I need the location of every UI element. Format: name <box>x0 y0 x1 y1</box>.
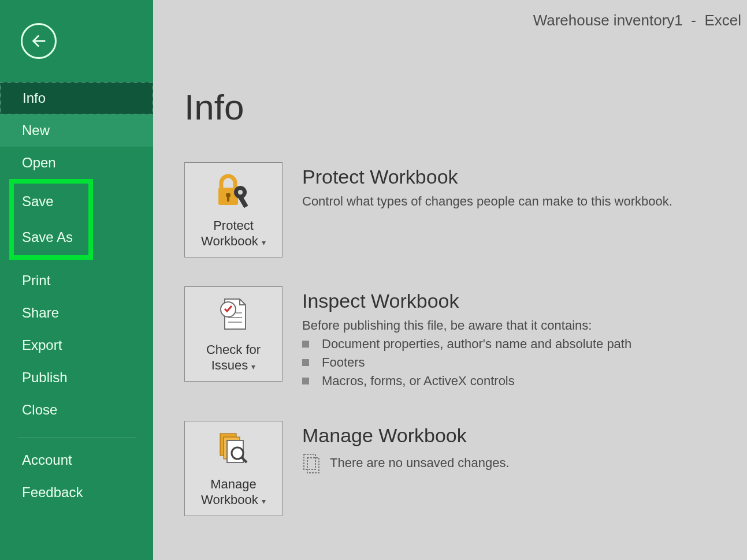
nav-label: Export <box>22 337 62 353</box>
app-name: Excel <box>704 12 741 29</box>
nav-export[interactable]: Export <box>0 329 153 361</box>
backstage-main: Warehouse inventory1 - Excel Info <box>153 0 747 560</box>
nav-divider <box>17 438 136 438</box>
svg-rect-2 <box>227 196 229 201</box>
inspect-item: Footers <box>302 355 631 370</box>
inspect-desc: Before publishing this file, be aware th… <box>302 318 631 333</box>
nav-label: Account <box>22 452 72 468</box>
nav-label: Share <box>22 305 59 321</box>
nav-new[interactable]: New <box>0 114 153 147</box>
tile-label-line1: Check for <box>206 342 261 357</box>
nav-feedback[interactable]: Feedback <box>0 476 153 509</box>
title-sep: - <box>691 12 696 29</box>
protect-heading: Protect Workbook <box>302 166 672 188</box>
documents-magnifier-icon <box>185 421 282 477</box>
manage-workbook-button[interactable]: Manage Workbook ▾ <box>184 421 283 516</box>
tile-label-line1: Protect <box>213 218 254 233</box>
nav-label: Close <box>22 402 57 418</box>
section-inspect: Check for Issues ▾ Inspect Workbook Befo… <box>184 286 747 392</box>
nav-label: New <box>22 122 50 139</box>
svg-rect-15 <box>304 454 315 469</box>
manage-heading: Manage Workbook <box>302 424 510 447</box>
nav-share[interactable]: Share <box>0 297 153 329</box>
nav-label: Print <box>22 272 50 289</box>
lock-key-icon <box>185 163 282 218</box>
nav-label: Info <box>23 90 46 106</box>
nav-publish[interactable]: Publish <box>0 361 153 394</box>
nav-print[interactable]: Print <box>0 264 153 297</box>
chevron-down-icon: ▾ <box>251 362 255 371</box>
document-dashed-icon <box>302 453 321 473</box>
title-bar: Warehouse inventory1 - Excel <box>533 12 741 29</box>
nav-label: Feedback <box>22 484 83 501</box>
back-button[interactable] <box>21 23 57 59</box>
tile-label-line2: Issues <box>211 358 248 372</box>
nav-info[interactable]: Info <box>0 82 153 114</box>
tile-label-line1: Manage <box>210 477 257 491</box>
backstage-nav: Info New Open Save Save As Print Share E… <box>0 82 153 509</box>
doc-name: Warehouse inventory1 <box>533 12 683 29</box>
inspect-item: Document properties, author's name and a… <box>302 337 631 352</box>
tile-label-line2: Workbook <box>201 492 258 507</box>
inspect-item: Macros, forms, or ActiveX controls <box>302 374 631 389</box>
nav-open[interactable]: Open <box>0 147 153 179</box>
svg-rect-16 <box>307 458 319 473</box>
nav-label: Save As <box>22 229 73 245</box>
tile-label-line2: Workbook <box>201 234 258 248</box>
back-arrow-icon <box>29 31 49 51</box>
section-manage: Manage Workbook ▾ Manage Workbook There … <box>184 421 747 516</box>
chevron-down-icon: ▾ <box>262 238 266 247</box>
check-for-issues-button[interactable]: Check for Issues ▾ <box>184 286 283 382</box>
document-check-icon <box>185 287 282 342</box>
svg-point-4 <box>238 190 243 195</box>
inspect-items: Document properties, author's name and a… <box>302 337 631 389</box>
backstage-sidebar: Info New Open Save Save As Print Share E… <box>0 0 153 560</box>
annotation-highlight: Save Save As <box>9 179 93 260</box>
page-title: Info <box>184 87 747 128</box>
nav-label: Save <box>22 193 54 210</box>
nav-account[interactable]: Account <box>0 444 153 476</box>
section-protect: Protect Workbook ▾ Protect Workbook Cont… <box>184 162 747 257</box>
inspect-heading: Inspect Workbook <box>302 290 631 312</box>
chevron-down-icon: ▾ <box>262 496 266 506</box>
manage-desc: There are no unsaved changes. <box>330 456 510 471</box>
svg-rect-5 <box>239 196 248 208</box>
nav-save[interactable]: Save <box>14 184 88 219</box>
nav-close[interactable]: Close <box>0 394 153 426</box>
nav-label: Publish <box>22 369 68 386</box>
nav-save-as[interactable]: Save As <box>14 219 88 255</box>
protect-desc: Control what types of changes people can… <box>302 194 672 209</box>
protect-workbook-button[interactable]: Protect Workbook ▾ <box>184 162 283 257</box>
nav-label: Open <box>22 155 56 171</box>
